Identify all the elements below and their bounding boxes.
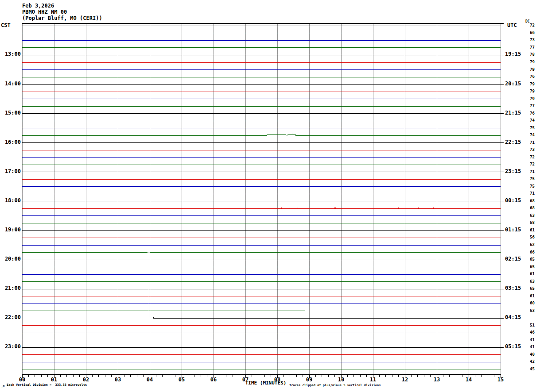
station-location-label: (Poplar Bluff, MO (CERI)) bbox=[22, 15, 102, 21]
utc-hour-label: 19:15 bbox=[505, 51, 521, 57]
trace-line-blip bbox=[22, 252, 501, 253]
x-tick-label: 09 bbox=[303, 377, 315, 383]
dc-offset-value: 65 bbox=[530, 257, 535, 262]
dc-offset-value: 66 bbox=[530, 31, 535, 35]
dc-offset-value: 65 bbox=[530, 287, 535, 291]
dc-offset-value: 41 bbox=[530, 345, 535, 350]
cst-hour-label: 14:00 bbox=[0, 81, 21, 87]
dc-offset-value: 79 bbox=[530, 82, 535, 87]
dc-offset-value: 45 bbox=[530, 367, 535, 372]
cst-axis-label: CST bbox=[1, 23, 11, 28]
dc-offset-value: 76 bbox=[530, 75, 535, 79]
dc-offset-value: 79 bbox=[530, 60, 535, 65]
x-tick-label: 06 bbox=[207, 377, 220, 383]
cst-hour-label: 15:00 bbox=[0, 110, 21, 116]
x-tick-label: 07 bbox=[239, 377, 252, 383]
station-label: PBMO HHZ NM 00 bbox=[22, 9, 67, 15]
utc-axis-label: UTC bbox=[507, 23, 517, 28]
dc-offset-value: 77 bbox=[530, 46, 535, 50]
utc-hour-label: 20:15 bbox=[505, 81, 521, 87]
dc-offset-value: 65 bbox=[530, 265, 535, 269]
cst-hour-label: 23:00 bbox=[0, 344, 21, 350]
dc-offset-value: 63 bbox=[530, 280, 535, 284]
dc-offset-value: 71 bbox=[530, 141, 535, 145]
corner-mark: ,M bbox=[1, 384, 4, 388]
dc-offset-value: 41 bbox=[530, 338, 535, 342]
cst-hour-label: 13:00 bbox=[0, 51, 21, 57]
dc-offset-value: 51 bbox=[530, 323, 535, 328]
dc-offset-value: 79 bbox=[530, 68, 535, 72]
cst-hour-label: 16:00 bbox=[0, 139, 21, 145]
x-tick-label: 13 bbox=[431, 377, 443, 383]
cst-hour-label: 22:00 bbox=[0, 315, 21, 320]
dc-offset-value: 40 bbox=[530, 353, 535, 357]
dc-offset-value: 42 bbox=[530, 360, 535, 364]
date-label: Feb 3,2026 bbox=[22, 3, 54, 9]
dc-offset-value: 76 bbox=[530, 111, 535, 116]
x-tick-label: 04 bbox=[144, 377, 156, 383]
dc-offset-value: 46 bbox=[530, 331, 535, 335]
dc-offset-value: 61 bbox=[530, 228, 535, 233]
x-tick-label: 01 bbox=[48, 377, 60, 383]
utc-hour-label: 04:15 bbox=[505, 315, 521, 320]
dc-offset-value: 79 bbox=[530, 89, 535, 94]
dc-offset-value: 61 bbox=[530, 272, 535, 277]
utc-hour-label: 21:15 bbox=[505, 110, 521, 116]
utc-hour-label: 03:15 bbox=[505, 285, 521, 291]
dc-offset-value: 72 bbox=[530, 23, 535, 28]
dc-offset-value: 71 bbox=[530, 192, 535, 196]
utc-hour-label: 01:15 bbox=[505, 227, 521, 233]
dc-offset-value: 75 bbox=[530, 177, 535, 181]
x-tick-label: 03 bbox=[112, 377, 124, 383]
dc-offset-value: 60 bbox=[530, 301, 535, 306]
dc-column-label: DC bbox=[525, 20, 530, 24]
dc-offset-value: 78 bbox=[530, 53, 535, 57]
x-tick-label: 12 bbox=[399, 377, 411, 383]
dc-offset-value: 72 bbox=[530, 162, 535, 167]
dc-offset-value: 63 bbox=[530, 214, 535, 218]
utc-hour-label: 23:15 bbox=[505, 169, 521, 174]
helicorder-display: Feb 3,2026 PBMO HHZ NM 00 (Poplar Bluff,… bbox=[0, 0, 536, 392]
dc-offset-value: 61 bbox=[530, 294, 535, 299]
dc-offset-value: 72 bbox=[530, 155, 535, 160]
dc-offset-value: 58 bbox=[530, 221, 535, 225]
dc-offset-value: 79 bbox=[530, 97, 535, 101]
dc-offset-value: 56 bbox=[530, 235, 535, 240]
cst-hour-label: 17:00 bbox=[0, 169, 21, 174]
dc-offset-value: 66 bbox=[530, 250, 535, 255]
x-tick-label: 00 bbox=[16, 377, 28, 383]
utc-hour-label: 02:15 bbox=[505, 256, 521, 262]
dc-offset-value: 75 bbox=[530, 126, 535, 131]
x-tick-label: 14 bbox=[462, 377, 475, 383]
dc-offset-value: 71 bbox=[530, 170, 535, 174]
x-tick-label: 10 bbox=[335, 377, 347, 383]
x-tick-label: 05 bbox=[175, 377, 188, 383]
utc-hour-label: 00:15 bbox=[505, 198, 521, 204]
dc-offset-value: 68 bbox=[530, 199, 535, 204]
cst-hour-label: 19:00 bbox=[0, 227, 21, 233]
dc-offset-value: 77 bbox=[530, 104, 535, 108]
dc-offset-value: 75 bbox=[530, 184, 535, 189]
dc-offset-value: 68 bbox=[530, 206, 535, 211]
x-tick-label: 02 bbox=[80, 377, 92, 383]
dc-offset-value: 73 bbox=[530, 38, 535, 42]
dc-offset-value: 62 bbox=[530, 243, 535, 247]
x-tick-label: 11 bbox=[367, 377, 379, 383]
dc-offset-value: 73 bbox=[530, 148, 535, 152]
division-scale-note: Each Vertical Division = 333.33 microvol… bbox=[7, 383, 87, 387]
trace-line-elevated bbox=[22, 134, 501, 136]
trace-line-clipped-spike bbox=[149, 282, 501, 319]
x-tick-label: 15 bbox=[494, 377, 507, 383]
cst-hour-label: 18:00 bbox=[0, 198, 21, 204]
cst-hour-label: 21:00 bbox=[0, 285, 21, 291]
clip-note: Traces clipped at plus/minus 5 vertical … bbox=[289, 384, 381, 387]
dc-offset-value: 53 bbox=[530, 309, 535, 313]
x-tick-label: 08 bbox=[271, 377, 284, 383]
utc-hour-label: 05:15 bbox=[505, 344, 521, 350]
dc-offset-value: 74 bbox=[530, 119, 535, 123]
plot-area bbox=[0, 0, 536, 392]
cst-hour-label: 20:00 bbox=[0, 256, 21, 262]
dc-offset-value: 74 bbox=[530, 133, 535, 138]
utc-hour-label: 22:15 bbox=[505, 139, 521, 145]
